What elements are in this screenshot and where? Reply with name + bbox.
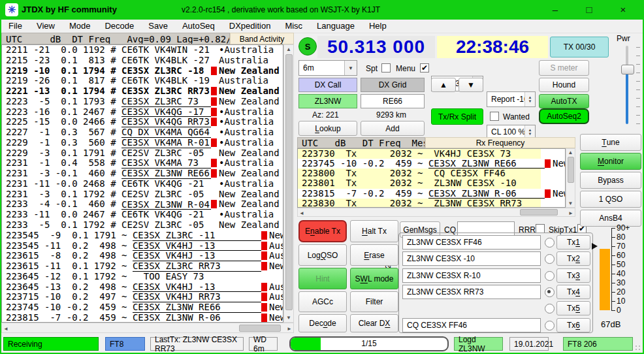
tx-1-button[interactable]: Tx 1 xyxy=(556,235,590,249)
freq-up-button[interactable]: ▲ xyxy=(431,78,456,92)
erase-button[interactable]: Erase xyxy=(350,244,398,266)
maximize-icon[interactable]: □ xyxy=(575,0,604,20)
tx-message-field-3[interactable]: ZL3NW CE3SX R-10 xyxy=(402,268,541,283)
pwr-slider-thumb[interactable] xyxy=(621,65,634,74)
resize-grip[interactable] xyxy=(635,345,641,351)
scroll-down-icon[interactable]: ▼ xyxy=(285,315,293,321)
band-activity-vscrollbar[interactable]: ▲ ▼ xyxy=(283,44,294,323)
band-activity-row[interactable]: 223615 -8 0.2 498 ~ CE3SX VK4HJ -13Austr… xyxy=(2,251,283,261)
s-button[interactable]: S xyxy=(298,37,317,56)
rx-frequency-row[interactable]: 223830 Tx 2032 ~ ZL3NW CE3SX RR73 xyxy=(298,199,541,208)
spt-checkbox[interactable] xyxy=(381,63,391,72)
band-select[interactable]: 6m ▼ xyxy=(298,60,357,76)
band-activity-hscrollbar[interactable]: ◄ ► xyxy=(1,323,294,333)
tx-select-radio-6[interactable] xyxy=(545,321,555,330)
menu-decode[interactable]: Decode xyxy=(97,20,141,33)
menu-save[interactable]: Save xyxy=(141,20,175,33)
scroll-up-icon[interactable]: ▲ xyxy=(567,150,574,155)
autotx-button[interactable]: AutoTX xyxy=(539,94,589,108)
tx-4-button[interactable]: Tx 4 xyxy=(556,285,590,299)
titlebar[interactable]: ✳ JTDX by HF community v2.2.0-rc154 , de… xyxy=(0,0,644,20)
hint-button[interactable]: Hint xyxy=(298,268,347,289)
ansb4-button[interactable]: AnsB4 xyxy=(580,210,641,227)
swl-mode-button[interactable]: SWL mode xyxy=(350,268,398,289)
clear-dx-button[interactable]: Clear DX xyxy=(350,314,398,332)
tx-5-button[interactable]: Tx 5 xyxy=(556,301,590,315)
band-activity-row[interactable]: 2219 -10 0.1 1794 # CE3SX ZL3RC -18New Z… xyxy=(2,66,283,76)
scroll-thumb[interactable] xyxy=(520,209,558,216)
band-activity-row[interactable]: 2231 -3 -0.1 460 # CE3SX ZL3NW RE66New Z… xyxy=(2,169,283,179)
band-activity-row[interactable]: 2223 -16 0.1 2467 # CE3SX VK4QG -17•Aust… xyxy=(2,107,283,118)
pwr-slider-track[interactable] xyxy=(626,68,628,124)
band-activity-row[interactable]: 2233 -4 -0.1 460 # CE3SX ZL3NW R-04New Z… xyxy=(2,199,283,210)
tx-select-radio-3[interactable] xyxy=(545,271,555,281)
band-activity-row[interactable]: 2227 -1 0.3 567 # CQ DX VK4MA QG64•Austr… xyxy=(2,127,283,138)
band-activity-row[interactable]: 223645 -12 0.1 1792 ~ TOO EASY 73 xyxy=(2,272,283,282)
band-activity-row[interactable]: 2233 -5 0.1 1792 # CE2SV ZL3RC -05New Ze… xyxy=(2,220,283,231)
add-button[interactable]: Add xyxy=(361,121,425,136)
filter-button[interactable]: Filter xyxy=(350,291,398,312)
band-activity-row[interactable]: 2221 -13 0.1 1794 # CE3SX ZL3RC RR73New … xyxy=(2,86,283,97)
rx-frequency-row[interactable]: 223730 Tx 2032 ~ VK4HJ CE3SX 73 xyxy=(298,149,541,159)
menu-help[interactable]: Help xyxy=(362,20,394,33)
scroll-left-icon[interactable]: ◄ xyxy=(299,210,304,216)
scroll-up-icon[interactable]: ▲ xyxy=(285,46,293,52)
band-activity-row[interactable]: 223615 -11 0.1 1792 ~ CE3SX ZL3RC RR73Ne… xyxy=(2,261,283,272)
tx-6-button[interactable]: Tx 6 xyxy=(556,318,590,332)
rx-frequency-row[interactable]: 223815 -7 -0.2 459 ~ CE3SX ZL3NW R-06New xyxy=(298,189,565,199)
freq-down-button[interactable]: ▼ xyxy=(459,78,483,92)
chevron-down-icon[interactable]: ▼ xyxy=(344,61,357,75)
band-activity-row[interactable]: 2219 -26 0.1 817 # CE6TK VK4BLK -19Austr… xyxy=(2,76,283,86)
band-activity-row[interactable]: 223815 -7 -0.2 459 ~ CE3SX ZL3NW R-06New… xyxy=(2,313,283,323)
scroll-left-icon[interactable]: ◄ xyxy=(3,326,8,332)
dx-call-field[interactable]: ZL3NW xyxy=(298,94,357,108)
menu-dxpedition[interactable]: DXpedition xyxy=(222,20,278,33)
band-activity-row[interactable]: 2211 -21 0.0 1192 # CE6TK VK4WIN -21•Aus… xyxy=(2,45,283,56)
1-qso-button[interactable]: 1 QSO xyxy=(580,191,641,208)
tx-3-button[interactable]: Tx 3 xyxy=(556,268,590,283)
scroll-down-icon[interactable]: ▼ xyxy=(567,201,574,206)
txrx-split-button[interactable]: Tx/Rx Split xyxy=(431,108,483,125)
menu-language[interactable]: Language xyxy=(310,20,362,33)
decode-button[interactable]: Decode xyxy=(298,314,347,332)
autoseq2-button[interactable]: AutoSeq2 xyxy=(539,108,589,124)
bypass-button[interactable]: Bypass xyxy=(580,172,641,189)
menu-misc[interactable]: Misc xyxy=(278,20,310,33)
rx-frequency-row[interactable]: 223800 Tx 2032 ~ CQ CE3SX FF46 xyxy=(298,169,541,178)
agcc-button[interactable]: AGCc xyxy=(298,291,347,312)
lookup-button[interactable]: Lookup xyxy=(298,121,357,136)
band-activity-row[interactable]: 223545 -11 0.2 498 ~ CE3SX VK4HJ -13Aust… xyxy=(2,241,283,251)
scroll-right-icon[interactable]: ► xyxy=(287,326,292,332)
tx-select-radio-1[interactable] xyxy=(545,238,555,248)
hound-button[interactable]: Hound xyxy=(539,78,589,92)
band-activity-row[interactable]: 2233 -11 0.0 2467 # CE6TK VK4QG -21•Aust… xyxy=(2,210,283,220)
close-icon[interactable]: × xyxy=(609,0,637,20)
minimize-icon[interactable]: – xyxy=(541,0,570,20)
band-activity-row[interactable]: 2231 -3 0.1 1792 # CE2SV ZL3RC -05New Ze… xyxy=(2,189,283,200)
band-activity-row[interactable]: 223545 -9 0.1 1791 ~ CE3SX ZL3RC -11New … xyxy=(2,231,283,241)
tx-message-field-2[interactable]: ZL3NW CE3SX -10 xyxy=(402,251,541,266)
monitor-button[interactable]: Monitor xyxy=(580,153,641,170)
halt-tx-button[interactable]: Halt Tx xyxy=(350,220,398,242)
tx-counter-button[interactable]: TX 00/30 xyxy=(550,37,609,57)
tx-2-button[interactable]: Tx 2 xyxy=(556,251,590,266)
scroll-thumb[interactable] xyxy=(239,325,281,332)
band-activity-row[interactable]: 2223 -5 0.1 1793 # CE3SX ZL3RC 73New Zea… xyxy=(2,97,283,107)
menu-checkbox[interactable]: ✔ xyxy=(420,63,429,72)
menu-file[interactable]: File xyxy=(1,20,29,33)
rx-hscrollbar[interactable]: ◄ ► xyxy=(297,208,575,217)
band-activity-row[interactable]: 223745 -10 -0.2 459 ~ CE3SX ZL3NW RE66Ne… xyxy=(2,302,283,313)
rx-frequency-row[interactable]: 223801 Tx 2032 ~ ZL3NW CE3SX -10 xyxy=(298,178,541,188)
menu-mode[interactable]: Mode xyxy=(62,20,98,33)
band-activity-row[interactable]: 223645 -13 0.2 498 ~ CE3SX VK4HJ -13Aust… xyxy=(2,282,283,293)
band-activity-row[interactable]: 2229 -1 0.3 560 # CE3SX VK4MA R-01•Austr… xyxy=(2,138,283,148)
tx-message-field-4[interactable]: ZL3NW CE3SX RR73 xyxy=(402,285,541,299)
rx-vscrollbar[interactable]: ▲ ▼ xyxy=(566,148,575,208)
band-activity-row[interactable]: 223715 -10 0.2 497 ~ CE3SX VK4HJ RR73Aus… xyxy=(2,292,283,302)
spinner-arrows-icon[interactable]: ▲▼ xyxy=(524,125,535,138)
tx-message-field-1[interactable]: ZL3NW CE3SX FF46 xyxy=(402,235,541,249)
band-activity-row[interactable]: 2229 -3 0.1 1791 # CE2SV ZL3RC -05New Ze… xyxy=(2,148,283,159)
wanted-checkbox[interactable] xyxy=(490,112,499,121)
dx-grid-field[interactable]: RE66 xyxy=(361,94,425,108)
menu-view[interactable]: View xyxy=(29,20,62,33)
